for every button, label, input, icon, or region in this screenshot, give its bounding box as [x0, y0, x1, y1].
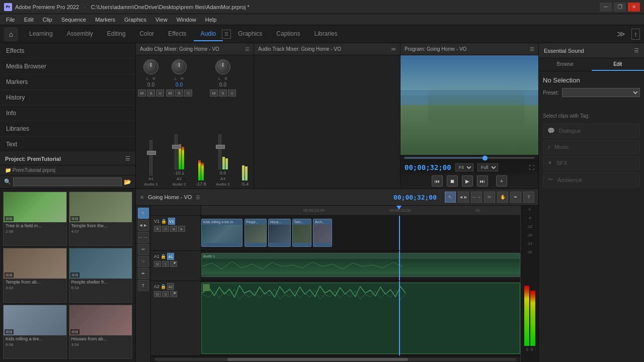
workspace-expand-icon[interactable]: ≫ [615, 28, 627, 40]
solo-btn-2[interactable]: S [175, 89, 183, 97]
tab-editing[interactable]: Editing [100, 27, 133, 41]
track-mixer-expand[interactable]: ≫ [391, 46, 396, 52]
nav-markers[interactable]: Markers [0, 74, 135, 90]
tab-overflow-menu[interactable]: ☰ [222, 30, 231, 39]
video-track-content[interactable]: Kids rolling a tire.m Peopl... Hous... [201, 216, 520, 250]
ripple-btn[interactable]: ←→ [138, 232, 149, 243]
scrollbar-track[interactable] [155, 358, 516, 361]
fader-handle-4[interactable] [216, 145, 225, 149]
tab-learning[interactable]: Learning [22, 27, 60, 41]
dialogue-btn[interactable]: 💬 Dialogue [543, 124, 640, 138]
hand-btn[interactable]: ☞ [138, 256, 149, 267]
audio1-clip[interactable]: Audio 1 [201, 253, 520, 277]
mute-btn-1[interactable]: M [138, 89, 146, 97]
music-btn[interactable]: ♪ Music [543, 140, 640, 154]
razor-btn[interactable]: ✂ [138, 244, 149, 255]
a2-mic-btn[interactable]: 🎤 [170, 291, 177, 297]
selection-mode-btn[interactable]: ↖ [138, 208, 149, 219]
nav-info[interactable]: Info [0, 106, 135, 121]
timeline-scrollbar[interactable] [151, 356, 520, 362]
play-button[interactable]: ▶ [462, 175, 473, 187]
new-bin-icon[interactable]: 📂 [124, 178, 131, 186]
fast-forward-button[interactable]: ⏭ [477, 175, 488, 187]
list-item[interactable]: ▤▤ Tree in a field.m... 2:06 [3, 192, 67, 246]
solo-btn-4[interactable]: S [219, 89, 227, 97]
scrollbar-thumb[interactable] [227, 358, 408, 361]
menu-help[interactable]: Help [201, 16, 221, 24]
stop-button[interactable]: ⏹ [447, 175, 458, 187]
menu-edit[interactable]: Edit [20, 16, 38, 24]
fader-track-1[interactable] [149, 140, 152, 175]
close-button[interactable]: ✕ [628, 3, 640, 12]
solo-btn-1[interactable]: S [147, 89, 155, 97]
nav-history[interactable]: History [0, 90, 135, 106]
tab-audio[interactable]: Audio [194, 27, 223, 41]
menu-file[interactable]: File [2, 16, 19, 24]
timeline-close-button[interactable]: ✕ [140, 195, 144, 200]
a2-mute-btn[interactable]: M [154, 291, 161, 297]
list-item[interactable]: ▤▤ People shelter fr... 6:10 [69, 248, 133, 302]
list-item[interactable]: ▤▤ Temple from the... 4:07 [69, 192, 133, 246]
monitor-scrubber[interactable] [400, 155, 538, 161]
tab-effects[interactable]: Effects [161, 27, 193, 41]
audio2-track-content[interactable]: 🎵 [201, 281, 520, 355]
ripple-edit-tool[interactable]: ←→ [471, 192, 482, 203]
ambience-btn[interactable]: 〜 Ambience [543, 172, 640, 188]
menu-window[interactable]: Window [173, 16, 200, 24]
a1-mic-btn[interactable]: 🎤 [170, 261, 177, 267]
channel-knob-4[interactable] [215, 59, 230, 74]
track-select-tool[interactable]: ◄► [458, 192, 469, 203]
a2-solo-btn[interactable]: S [162, 291, 169, 297]
settings-btn-2[interactable]: ⊙ [184, 89, 192, 97]
text-tool[interactable]: T [523, 192, 534, 203]
video-clip-5[interactable]: Arch... [313, 219, 332, 247]
tab-edit[interactable]: Edit [592, 58, 645, 71]
fullscreen-icon[interactable]: ⛶ [529, 164, 534, 170]
tab-browse[interactable]: Browse [539, 58, 592, 71]
tab-libraries[interactable]: Libraries [307, 27, 345, 41]
mute-btn-2[interactable]: M [166, 89, 174, 97]
settings-btn-1[interactable]: ⊙ [156, 89, 164, 97]
v1-target-btn[interactable]: ◎ [162, 226, 169, 232]
fader-handle-1[interactable] [147, 151, 156, 155]
settings-btn-4[interactable]: ⊙ [228, 89, 236, 97]
a2-active-btn[interactable]: A2 [167, 283, 174, 290]
v1-nav-back[interactable]: ◄ [170, 226, 177, 232]
pen-tool[interactable]: ✒ [510, 192, 521, 203]
nav-media-browser[interactable]: Media Browser [0, 59, 135, 74]
list-item[interactable]: ▤▤ Houses from ab... 3:04 [69, 305, 133, 359]
menu-sequence[interactable]: Sequence [57, 16, 91, 24]
sfx-btn[interactable]: ✦ SFX [543, 156, 640, 170]
clip-mixer-menu[interactable]: ☰ [245, 46, 250, 52]
menu-clip[interactable]: Clip [39, 16, 56, 24]
audio2-clip[interactable]: 🎵 [201, 283, 520, 354]
tab-captions[interactable]: Captions [269, 27, 307, 41]
minimize-button[interactable]: ─ [600, 3, 612, 12]
tab-assembly[interactable]: Assembly [60, 27, 100, 41]
video-clip-2[interactable]: Peopl... [245, 219, 267, 247]
project-menu-icon[interactable]: ☰ [125, 155, 130, 162]
maximize-button[interactable]: ❐ [614, 3, 626, 12]
menu-graphics[interactable]: Graphics [120, 16, 150, 24]
monitor-menu-icon[interactable]: ☰ [530, 46, 534, 52]
fader-track-2[interactable] [175, 134, 178, 169]
audio1-track-content[interactable]: Audio 1 [201, 251, 520, 281]
a2-lock[interactable]: 🔒 [160, 284, 166, 289]
v1-active-btn[interactable]: V1 [168, 218, 175, 225]
list-item[interactable]: ▤▤ Kids rolling a tire... 6:08 [3, 305, 67, 359]
selection-tool[interactable]: ↖ [445, 192, 456, 203]
menu-markers[interactable]: Markers [91, 16, 119, 24]
pen-btn[interactable]: ✒ [138, 268, 149, 279]
essential-sound-menu[interactable]: ☰ [634, 47, 639, 54]
scrubber-head[interactable] [482, 156, 488, 161]
home-icon[interactable]: ⌂ [4, 27, 18, 41]
channel-knob-1[interactable] [143, 59, 158, 74]
tab-color[interactable]: Color [132, 27, 161, 41]
channel-knob-2[interactable] [172, 59, 187, 74]
add-button[interactable]: + [496, 175, 507, 187]
v1-nav-fwd[interactable]: ► [178, 226, 185, 232]
quality-dropdown[interactable]: Full [477, 163, 498, 171]
nav-libraries[interactable]: Libraries [0, 121, 135, 137]
a1-solo-btn[interactable]: S [162, 261, 169, 267]
video-clip-1[interactable]: Kids rolling a tire.m [201, 219, 243, 247]
